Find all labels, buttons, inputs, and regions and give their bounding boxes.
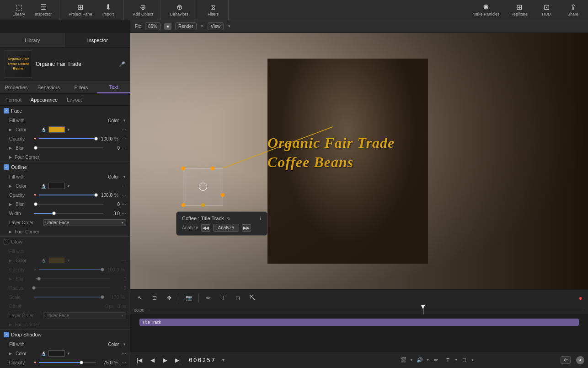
transport-play-back[interactable]: ◀ (147, 355, 158, 366)
face-opacity-more[interactable]: ⋯ (122, 136, 126, 141)
drop-shadow-color-swatch[interactable] (48, 350, 65, 357)
drop-shadow-section-checkbox[interactable] (4, 332, 9, 337)
analyze-forward-button[interactable]: ▶▶ (242, 224, 251, 232)
replicate-button[interactable]: ⊞ Replicate (507, 3, 531, 17)
transport-go-start[interactable]: |◀ (134, 355, 145, 366)
format-tab-layout[interactable]: Layout (65, 96, 84, 103)
outline-width-more[interactable]: ⋯ (122, 211, 126, 216)
face-opacity-thumb[interactable] (94, 137, 98, 141)
outline-opacity-thumb[interactable] (94, 193, 98, 197)
face-opacity-heart[interactable]: ♥ (34, 136, 36, 141)
outline-opacity-more[interactable]: ⋯ (122, 193, 126, 198)
analyze-back-button[interactable]: ◀◀ (201, 224, 210, 232)
view-button[interactable]: View (208, 22, 224, 30)
percent-button[interactable]: 86% (145, 22, 160, 30)
tool-move[interactable]: ✥ (163, 292, 175, 304)
tab-properties[interactable]: Properties (0, 81, 32, 93)
format-tab-appearance[interactable]: Appearance (29, 96, 59, 103)
glow-handle-bottomright[interactable] (221, 193, 225, 197)
tool-pen[interactable]: ✏ (203, 292, 214, 304)
drop-shadow-opacity-heart[interactable]: ♥ (34, 360, 36, 365)
transport-timecode-dropdown[interactable]: ▼ (221, 358, 225, 363)
outline-width-slider[interactable] (34, 213, 103, 214)
outline-color-eyedropper[interactable]: 🔬 (40, 183, 47, 189)
transport-loop-btn[interactable]: ⟳ (561, 356, 571, 364)
tab-inspector[interactable]: Inspector (65, 33, 130, 47)
tool-paint[interactable]: ⛏ (246, 292, 258, 304)
format-tab-format[interactable]: Format (4, 96, 23, 103)
outline-opacity-heart[interactable]: ♥ (34, 193, 36, 197)
outline-corner-arrow[interactable]: ▶ (9, 230, 12, 234)
transport-play[interactable]: ▶ (160, 355, 171, 366)
outline-color-arrow[interactable]: ▼ (67, 184, 70, 188)
timeline-title-track[interactable]: Title Track (139, 319, 579, 326)
transport-play-forward[interactable]: ▶| (172, 355, 183, 366)
face-color-more[interactable]: ⋯ (122, 127, 126, 132)
tab-behaviors[interactable]: Behaviors (32, 81, 65, 93)
transport-tool-shape[interactable]: ◻ (459, 355, 470, 366)
outline-section-checkbox[interactable] (4, 164, 9, 170)
face-color-expand-arrow[interactable]: ▶ (9, 128, 12, 132)
drop-shadow-opacity-thumb[interactable] (80, 361, 83, 364)
tab-library[interactable]: Library (0, 33, 65, 47)
outline-blur-more[interactable]: ⋯ (122, 202, 126, 207)
tool-pointer[interactable]: ↖ (134, 292, 146, 304)
outline-layer-order-select[interactable]: Under Face ▼ (43, 219, 126, 226)
percent-color-icon[interactable]: ■ (164, 23, 171, 30)
drop-shadow-fill-dropdown-arrow[interactable]: ▼ (123, 342, 126, 346)
library-button[interactable]: ⬚ Library (7, 3, 30, 17)
outline-blur-thumb[interactable] (34, 202, 37, 206)
outline-opacity-slider[interactable] (39, 195, 96, 195)
behaviors-button[interactable]: ⊛ Behaviors (166, 3, 192, 17)
face-blur-arrow[interactable]: ▶ (9, 146, 12, 150)
filters-button[interactable]: ⧖ Filters (202, 3, 225, 17)
transport-tool-shape-arrow[interactable]: ▼ (471, 358, 475, 362)
face-color-eyedropper[interactable]: 🔬 (40, 126, 47, 133)
render-button[interactable]: Render (175, 22, 197, 30)
render-dropdown-arrow[interactable]: ▼ (200, 24, 204, 28)
tool-shape[interactable]: ◻ (232, 292, 244, 304)
outline-blur-slider[interactable] (36, 204, 103, 205)
outline-color-swatch[interactable] (48, 183, 65, 189)
transport-tool-pen[interactable]: ✏ (431, 355, 442, 366)
outline-fill-dropdown-arrow[interactable]: ▼ (123, 175, 126, 179)
face-fill-dropdown-arrow[interactable]: ▼ (123, 119, 126, 123)
transport-tool-video-arrow[interactable]: ▼ (410, 358, 413, 362)
glow-handle-bottom-center[interactable] (201, 203, 205, 207)
view-dropdown-arrow[interactable]: ▼ (227, 24, 231, 28)
record-button[interactable]: ● (577, 292, 584, 303)
outline-color-more[interactable]: ⋯ (122, 184, 126, 189)
tab-filters[interactable]: Filters (65, 81, 97, 93)
face-color-swatch[interactable] (48, 126, 65, 133)
transport-tool-text-arrow[interactable]: ▼ (454, 358, 458, 362)
outline-blur-arrow[interactable]: ▶ (9, 202, 12, 206)
analyze-info-icon[interactable]: ℹ (260, 216, 262, 221)
drop-shadow-color-more[interactable]: ⋯ (122, 351, 126, 356)
face-blur-more[interactable]: ⋯ (122, 146, 126, 151)
add-object-button[interactable]: ⊕ Add Object (129, 3, 157, 17)
tool-camera[interactable]: 📷 (183, 292, 195, 304)
drop-shadow-color-arrow[interactable]: ▼ (67, 352, 70, 356)
drop-shadow-opacity-more[interactable]: ⋯ (122, 360, 126, 365)
make-particles-button[interactable]: ✺ Make Particles (469, 3, 503, 17)
face-opacity-slider[interactable] (39, 138, 96, 139)
tool-text[interactable]: T (217, 292, 229, 304)
face-blur-thumb[interactable] (34, 146, 37, 150)
mic-icon[interactable]: 🎤 (119, 61, 125, 67)
face-section-checkbox[interactable] (4, 108, 9, 114)
transport-tool-audio[interactable]: 🔊 (414, 355, 425, 366)
face-blur-slider[interactable] (36, 147, 103, 148)
analyze-button[interactable]: Analyze (213, 224, 240, 232)
transport-tool-text[interactable]: T (443, 355, 454, 366)
drop-shadow-opacity-slider[interactable] (39, 362, 96, 363)
hud-button[interactable]: ⊡ HUD (535, 3, 558, 17)
transport-record-btn[interactable]: ● (576, 356, 584, 364)
outline-color-expand-arrow[interactable]: ▶ (9, 184, 12, 188)
glow-center-circle[interactable] (199, 183, 207, 191)
glow-control-widget[interactable] (183, 168, 223, 206)
glow-handle-topleft[interactable] (182, 167, 185, 170)
transport-tool-audio-arrow[interactable]: ▼ (426, 358, 430, 362)
drop-shadow-color-expand-arrow[interactable]: ▶ (9, 352, 12, 356)
share-button[interactable]: ⇪ Share (561, 3, 584, 17)
outline-width-thumb[interactable] (52, 211, 56, 215)
